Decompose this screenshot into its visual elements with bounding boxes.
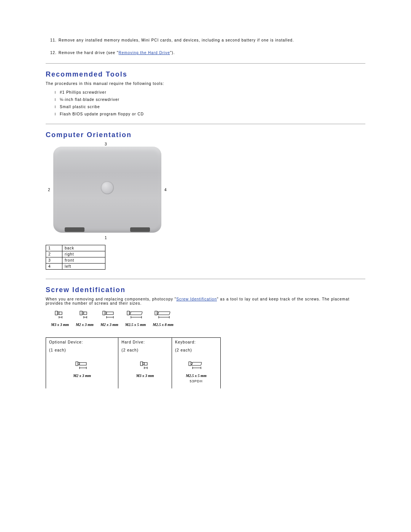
svg-rect-18 (127, 311, 129, 315)
step-number: 11. (50, 38, 57, 42)
tools-item: #1 Phillips screwdriver (55, 90, 365, 94)
removing-hard-drive-link[interactable]: Removing the Hard Drive (119, 51, 170, 55)
orientation-cell-num: 1 (46, 245, 62, 251)
orientation-label-right: 4 (164, 188, 167, 192)
orientation-cell-val: front (62, 257, 105, 264)
svg-rect-23 (155, 311, 157, 315)
dell-logo-icon (101, 181, 114, 194)
orientation-diagram: 3 2 4 1 (46, 142, 175, 241)
tools-list: #1 Phillips screwdriver ¼-inch flat-blad… (55, 90, 365, 116)
step-text-post: "). (170, 51, 175, 55)
screw-item: M2.5 x 5 mm (125, 311, 146, 327)
tools-item: Small plastic scribe (55, 105, 365, 109)
table-row: 1 back (46, 245, 105, 251)
screw-item: M2 x 3 mm (76, 311, 94, 327)
table-row: 3 front (46, 257, 105, 264)
screw-intro-pre: When you are removing and replacing comp… (46, 297, 176, 301)
svg-rect-13 (105, 312, 107, 314)
table-row: Optional Device:(1 each)M2 x 3 mmHard Dr… (46, 338, 221, 389)
screw-label: M3 x 3 mm (51, 323, 69, 327)
screw-label: M2.5 x 5 mm (125, 323, 146, 327)
svg-rect-0 (55, 311, 57, 315)
screw-size-label: M2 x 3 mm (49, 374, 115, 378)
separator (46, 279, 365, 279)
screw-icon (155, 311, 172, 321)
svg-rect-6 (80, 311, 82, 315)
svg-rect-35 (143, 363, 144, 365)
step-text: Remove any installed memory modules, Min… (59, 38, 294, 42)
screw-item: M2 x 3 mm (100, 311, 118, 327)
table-row: 2 right (46, 251, 105, 257)
screw-quantity: (2 each) (175, 348, 217, 352)
svg-rect-34 (140, 362, 143, 366)
svg-rect-36 (144, 363, 147, 365)
screw-identification-heading: Screw Identification (46, 286, 365, 294)
screw-id-cell: Hard Drive:(2 each)M3 x 3 mm (118, 338, 172, 389)
orientation-cell-val: right (62, 251, 105, 257)
step-12: 12. Remove the hard drive (see "Removing… (46, 51, 365, 55)
screw-quantity: (2 each) (121, 348, 169, 352)
tools-intro: The procedures in this manual require th… (46, 81, 365, 86)
screw-item: M2.5 x 8 mm (153, 311, 173, 327)
orientation-label-bottom: 1 (105, 236, 107, 240)
tools-item: ¼-inch flat-blade screwdriver (55, 97, 365, 102)
svg-rect-7 (82, 312, 84, 314)
table-row: 4 left (46, 264, 105, 270)
svg-rect-40 (189, 362, 191, 366)
orientation-cell-num: 4 (46, 264, 62, 270)
procedure-steps: 11. Remove any installed memory modules,… (46, 38, 365, 55)
svg-rect-1 (57, 312, 59, 314)
screw-item: M3 x 3 mm (51, 311, 69, 327)
svg-rect-28 (76, 362, 78, 366)
screw-icon (127, 311, 144, 321)
screw-intro: When you are removing and replacing comp… (46, 297, 365, 305)
laptop-illustration (53, 147, 161, 233)
svg-rect-14 (107, 312, 113, 315)
screw-part-code: 53PDH (175, 379, 217, 383)
screw-icon (55, 311, 65, 321)
screw-component-header: Hard Drive: (121, 340, 169, 344)
hinge-icon (65, 227, 84, 232)
screw-icon (175, 361, 217, 372)
svg-rect-8 (84, 312, 87, 315)
screw-size-label: M2.5 x 5 mm (175, 374, 217, 378)
screw-label: M2.5 x 8 mm (153, 323, 173, 327)
orientation-cell-val: back (62, 245, 105, 251)
screw-id-cell: Optional Device:(1 each)M2 x 3 mm (46, 338, 118, 389)
orientation-label-top: 3 (105, 142, 107, 146)
separator (46, 63, 365, 64)
screw-component-header: Optional Device: (49, 340, 115, 344)
screw-quantity: (1 each) (49, 348, 115, 352)
separator (46, 124, 365, 124)
recommended-tools-heading: Recommended Tools (46, 70, 365, 78)
screw-icon (121, 361, 169, 372)
screw-icon (80, 311, 89, 321)
screw-row: M3 x 3 mmM2 x 3 mmM2 x 3 mmM2.5 x 5 mmM2… (51, 311, 365, 327)
screw-identification-link[interactable]: Screw Identification (176, 297, 217, 301)
screw-icon (49, 361, 115, 372)
step-number: 12. (50, 51, 57, 55)
step-text-pre: Remove the hard drive (see " (59, 51, 119, 55)
screw-icon (102, 311, 116, 321)
svg-rect-30 (80, 363, 86, 365)
svg-rect-12 (103, 311, 105, 315)
hinge-icon (130, 227, 150, 232)
step-11: 11. Remove any installed memory modules,… (46, 38, 365, 42)
orientation-cell-num: 2 (46, 251, 62, 257)
orientation-cell-val: left (62, 264, 105, 270)
orientation-label-left: 2 (48, 188, 51, 192)
tools-item: Flash BIOS update program floppy or CD (55, 112, 365, 116)
screw-component-header: Keyboard: (175, 340, 217, 344)
orientation-cell-num: 3 (46, 257, 62, 264)
screw-label: M2 x 3 mm (76, 323, 94, 327)
screw-size-label: M3 x 3 mm (121, 374, 169, 378)
svg-rect-29 (78, 363, 80, 365)
screw-identification-table: Optional Device:(1 each)M2 x 3 mmHard Dr… (46, 337, 221, 388)
screw-label: M2 x 3 mm (100, 323, 118, 327)
svg-rect-2 (59, 312, 62, 315)
orientation-table: 1 back 2 right 3 front 4 left (46, 245, 105, 270)
computer-orientation-heading: Computer Orientation (46, 131, 365, 139)
screw-id-cell: Keyboard:(2 each)M2.5 x 5 mm53PDH (172, 338, 220, 389)
